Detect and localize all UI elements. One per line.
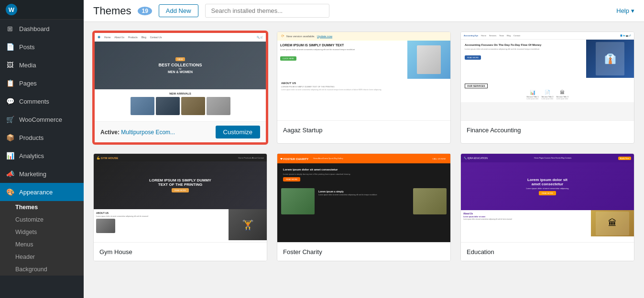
theme-card-aagaz[interactable]: ⟳ New version available. Update now LORE… <box>277 32 451 144</box>
media-icon: 🖼 <box>6 61 14 69</box>
theme-footer: Education <box>461 242 634 261</box>
appearance-submenu: Themes Customize Widgets Menus Header Ba… <box>0 201 84 276</box>
sidebar-item-label: Appearance <box>19 189 53 196</box>
theme-preview-ecomm: ⊛ HomeAbout UsProductsBlogContact Us 🔍 🛒… <box>95 33 266 121</box>
help-button[interactable]: Help ▾ <box>616 7 634 14</box>
sidebar-item-woocommerce[interactable]: 🛒 WooCommerce <box>0 110 84 128</box>
dashboard-icon: ⊞ <box>6 24 14 33</box>
sidebar: W ⊞ Dashboard 📄 Posts 🖼 Media 📋 Pages 💬 … <box>0 0 84 298</box>
theme-active-bar: Active: Multipurpose Ecom... Customize <box>95 121 266 142</box>
sidebar-item-posts[interactable]: 📄 Posts <box>0 38 84 56</box>
sidebar-item-analytics[interactable]: 📊 Analytics <box>0 147 84 165</box>
theme-preview-charity: ❤ FOSTER CHARITY Home About Events Sport… <box>277 154 450 242</box>
chevron-down-icon: ▾ <box>631 7 634 14</box>
sidebar-item-comments[interactable]: 💬 Comments <box>0 92 84 110</box>
products-icon: 📦 <box>6 133 14 142</box>
theme-preview-edu: 🔧 IQRA EDUCATION Home Pages Courses Stor… <box>461 154 634 242</box>
theme-card-finance[interactable]: Accounting Eye HomeServicesTeamBlogConta… <box>460 32 634 144</box>
sidebar-item-marketing[interactable]: 📣 Marketing <box>0 165 84 183</box>
topbar-left: Themes 19 Add New <box>93 4 329 18</box>
theme-preview-finance: Accounting Eye HomeServicesTeamBlogConta… <box>461 32 634 120</box>
sidebar-item-label: Pages <box>19 80 37 87</box>
sidebar-item-label: Media <box>19 62 36 69</box>
theme-card-edu[interactable]: 🔧 IQRA EDUCATION Home Pages Courses Stor… <box>460 153 634 261</box>
appearance-group: 🎨 Appearance Themes Customize Widgets Me… <box>0 183 84 276</box>
help-label: Help <box>616 7 629 14</box>
sidebar-item-pages[interactable]: 📋 Pages <box>0 74 84 92</box>
theme-footer: Aagaz Startup <box>277 120 450 139</box>
sidebar-sub-item-menus[interactable]: Menus <box>0 238 84 251</box>
sidebar-sub-item-header[interactable]: Header <box>0 251 84 263</box>
active-theme-name: Multipurpose Ecom... <box>121 129 175 136</box>
sidebar-item-label: Dashboard <box>19 25 50 32</box>
customize-button[interactable]: Customize <box>216 126 260 138</box>
woocommerce-icon: 🛒 <box>6 115 14 124</box>
sidebar-sub-item-customize[interactable]: Customize <box>0 213 84 226</box>
sidebar-item-dashboard[interactable]: ⊞ Dashboard <box>0 20 84 38</box>
theme-name: Gym House <box>99 248 132 255</box>
theme-preview-gym: 💪 GYM HOUSE Home Products About Contact … <box>94 154 267 242</box>
posts-icon: 📄 <box>6 43 14 51</box>
themes-count-badge: 19 <box>138 7 152 15</box>
theme-name: Finance Accounting <box>467 127 521 134</box>
sidebar-item-media[interactable]: 🖼 Media <box>0 56 84 74</box>
marketing-icon: 📣 <box>6 170 14 178</box>
sidebar-item-label: Marketing <box>19 170 46 178</box>
theme-card-gym[interactable]: 💪 GYM HOUSE Home Products About Contact … <box>93 153 267 261</box>
sidebar-item-products[interactable]: 📦 Products <box>0 128 84 147</box>
theme-footer: Finance Accounting <box>461 120 634 139</box>
active-label: Active: <box>100 129 120 136</box>
comments-icon: 💬 <box>6 97 14 106</box>
page-title: Themes <box>93 5 131 17</box>
appearance-icon: 🎨 <box>6 188 14 196</box>
main-content: Themes 19 Add New Help ▾ ⊛ HomeAbout UsP… <box>84 0 644 298</box>
sidebar-item-label: Posts <box>19 43 35 51</box>
sidebar-item-label: Comments <box>19 98 49 105</box>
theme-preview-aagaz: ⟳ New version available. Update now LORE… <box>277 32 450 120</box>
sidebar-sub-item-themes[interactable]: Themes <box>0 201 84 213</box>
sidebar-item-label: Products <box>19 134 44 141</box>
sidebar-sub-item-widgets[interactable]: Widgets <box>0 226 84 238</box>
themes-grid: ⊛ HomeAbout UsProductsBlogContact Us 🔍 🛒… <box>84 22 644 298</box>
sidebar-sub-item-background[interactable]: Background <box>0 263 84 276</box>
theme-footer: Foster Charity <box>277 242 450 261</box>
add-new-button[interactable]: Add New <box>159 4 198 17</box>
theme-name: Foster Charity <box>283 248 322 255</box>
search-input[interactable] <box>205 4 329 18</box>
theme-card-charity[interactable]: ❤ FOSTER CHARITY Home About Events Sport… <box>277 153 451 261</box>
theme-footer: Gym House <box>94 242 267 261</box>
sidebar-item-appearance[interactable]: 🎨 Appearance <box>0 183 84 201</box>
theme-name: Education <box>467 248 494 255</box>
pages-icon: 📋 <box>6 79 14 87</box>
theme-card-active[interactable]: ⊛ HomeAbout UsProductsBlogContact Us 🔍 🛒… <box>93 32 267 144</box>
wordpress-logo: W <box>6 4 17 15</box>
sidebar-item-label: Analytics <box>19 152 44 160</box>
topbar: Themes 19 Add New Help ▾ <box>84 0 644 22</box>
theme-name: Aagaz Startup <box>283 127 322 134</box>
analytics-icon: 📊 <box>6 151 14 160</box>
sidebar-item-label: WooCommerce <box>19 116 62 123</box>
sidebar-header: W <box>0 0 84 20</box>
